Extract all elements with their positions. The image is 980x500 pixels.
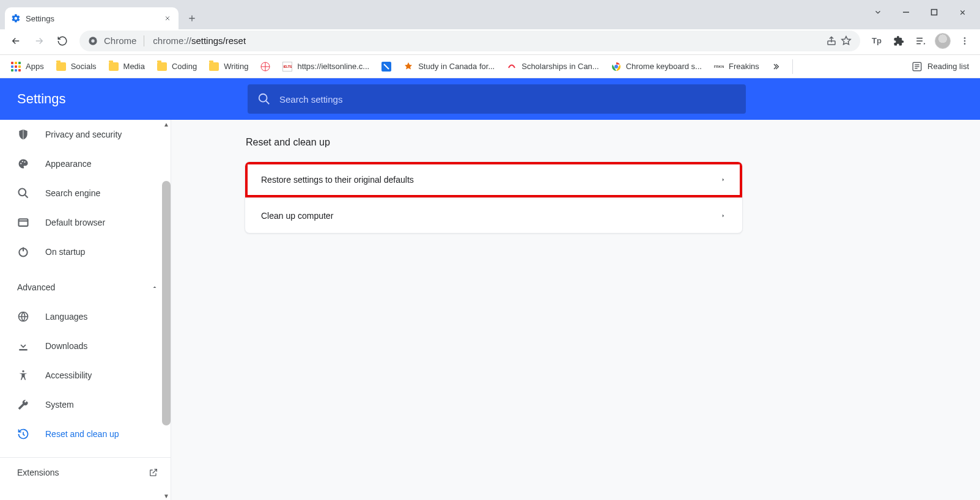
sidebar-item-search-engine[interactable]: Search engine <box>0 178 171 208</box>
favicon-icon <box>403 62 413 72</box>
svg-point-5 <box>964 40 966 42</box>
bookmark-study-canada[interactable]: Study in Canada for... <box>399 59 499 74</box>
row-label: Restore settings to their original defau… <box>261 175 414 185</box>
apps-grid-icon <box>11 62 21 72</box>
nav-label: Extensions <box>17 468 59 477</box>
folder-icon <box>109 62 119 71</box>
reload-button[interactable] <box>53 31 72 51</box>
tab-search-dropdown-icon[interactable] <box>864 2 892 22</box>
bookmark-label: Scholarships in Can... <box>521 62 599 71</box>
folder-icon <box>209 62 219 71</box>
address-bar[interactable]: Chrome chrome://settings/reset <box>79 31 860 51</box>
favicon-icon <box>611 62 621 72</box>
sidebar-item-downloads[interactable]: Downloads <box>0 331 171 361</box>
sidebar-item-languages[interactable]: Languages <box>0 302 171 331</box>
folder-icon <box>56 62 66 71</box>
section-label-text: Advanced <box>17 282 55 292</box>
sidebar-item-on-startup[interactable]: On startup <box>0 237 171 267</box>
favicon-icon <box>260 62 270 72</box>
favicon-icon: FRKN <box>714 62 724 72</box>
svg-point-15 <box>22 161 23 162</box>
sidebar-item-accessibility[interactable]: Accessibility <box>0 361 171 390</box>
search-icon <box>257 92 271 106</box>
nav-label: Languages <box>45 312 87 322</box>
site-chip-label: Chrome <box>104 35 136 46</box>
bookmark-site-2[interactable] <box>377 59 396 74</box>
sidebar-item-extensions[interactable]: Extensions <box>0 458 171 487</box>
bookmark-ielts[interactable]: IELTS https://ieltsonline.c... <box>278 59 374 74</box>
bookmark-media[interactable]: Media <box>104 59 150 73</box>
back-button[interactable] <box>6 31 26 51</box>
tab-close-icon[interactable] <box>163 13 172 23</box>
wrench-icon <box>17 399 29 411</box>
settings-title: Settings <box>0 91 248 107</box>
bookmark-writing[interactable]: Writing <box>204 59 253 73</box>
url-text: chrome://settings/reset <box>153 35 246 46</box>
new-tab-button[interactable] <box>182 9 202 28</box>
svg-point-16 <box>24 161 25 163</box>
reading-list-button[interactable]: Reading list <box>907 59 974 75</box>
bookmarks-overflow[interactable] <box>767 59 784 74</box>
site-chip-icon <box>88 36 98 46</box>
media-control-icon[interactable] <box>912 32 930 50</box>
extension-icons: Tp <box>868 32 974 50</box>
bookmark-separator <box>792 59 793 74</box>
sidebar-section-advanced[interactable]: Advanced <box>0 273 171 302</box>
bookmark-socials[interactable]: Socials <box>51 59 101 73</box>
scroll-down-arrow-icon[interactable]: ▼ <box>162 491 171 500</box>
svg-point-2 <box>91 39 94 42</box>
forward-button[interactable] <box>29 31 49 51</box>
globe-icon <box>17 311 29 323</box>
settings-search[interactable] <box>248 84 746 114</box>
restore-icon <box>17 428 29 440</box>
svg-point-22 <box>22 370 24 372</box>
settings-header: Settings <box>0 78 980 120</box>
row-label: Clean up computer <box>261 211 333 221</box>
settings-gear-icon <box>11 13 21 23</box>
favicon-icon: IELTS <box>282 62 292 72</box>
window-maximize-button[interactable] <box>920 2 948 22</box>
bookmark-scholarships[interactable]: Scholarships in Can... <box>502 59 603 74</box>
row-clean-up-computer[interactable]: Clean up computer <box>245 197 742 233</box>
chrome-menu-icon[interactable] <box>956 32 974 50</box>
row-restore-defaults[interactable]: Restore settings to their original defau… <box>245 162 742 197</box>
browser-tab[interactable]: Settings <box>5 7 179 29</box>
nav-label: Appearance <box>45 159 92 169</box>
url-scheme: chrome:// <box>153 35 191 46</box>
window-minimize-button[interactable] <box>892 2 920 22</box>
svg-rect-21 <box>19 349 27 351</box>
sidebar-item-default-browser[interactable]: Default browser <box>0 208 171 237</box>
sidebar-item-appearance[interactable]: Appearance <box>0 149 171 178</box>
share-icon[interactable] <box>826 35 837 46</box>
window-close-button[interactable] <box>948 2 976 22</box>
extension-tp-icon[interactable]: Tp <box>868 32 886 50</box>
bookmark-label: Freakins <box>729 62 759 71</box>
sidebar-item-privacy[interactable]: Privacy and security <box>0 120 171 149</box>
bookmark-coding[interactable]: Coding <box>152 59 202 73</box>
profile-avatar[interactable] <box>934 32 952 50</box>
bookmark-label: Media <box>123 62 145 71</box>
bookmark-label: Writing <box>224 62 248 71</box>
download-icon <box>17 340 29 352</box>
nav-label: Privacy and security <box>45 130 122 139</box>
bookmark-site-1[interactable] <box>256 59 275 74</box>
bookmark-chrome-keyboard[interactable]: Chrome keyboard s... <box>606 59 707 74</box>
tp-label: Tp <box>872 36 882 45</box>
reading-list-label: Reading list <box>927 62 969 71</box>
extensions-puzzle-icon[interactable] <box>890 32 908 50</box>
svg-point-11 <box>614 65 618 68</box>
url-path: settings/reset <box>191 35 246 46</box>
sidebar-item-system[interactable]: System <box>0 390 171 419</box>
scrollbar-thumb[interactable] <box>162 181 171 425</box>
search-icon <box>17 187 29 199</box>
nav-label: System <box>45 400 74 410</box>
bookmark-freakins[interactable]: FRKN Freakins <box>709 59 764 74</box>
bookmark-label: Chrome keyboard s... <box>626 62 702 71</box>
browser-toolbar: Chrome chrome://settings/reset Tp <box>0 29 980 55</box>
bookmark-label: https://ieltsonline.c... <box>297 62 369 71</box>
bookmark-apps[interactable]: Apps <box>6 59 49 74</box>
settings-sidebar: ▲ Privacy and security Appearance Search… <box>0 120 171 500</box>
settings-search-input[interactable] <box>279 94 736 105</box>
sidebar-item-reset[interactable]: Reset and clean up <box>0 419 171 449</box>
bookmark-star-icon[interactable] <box>841 35 852 46</box>
